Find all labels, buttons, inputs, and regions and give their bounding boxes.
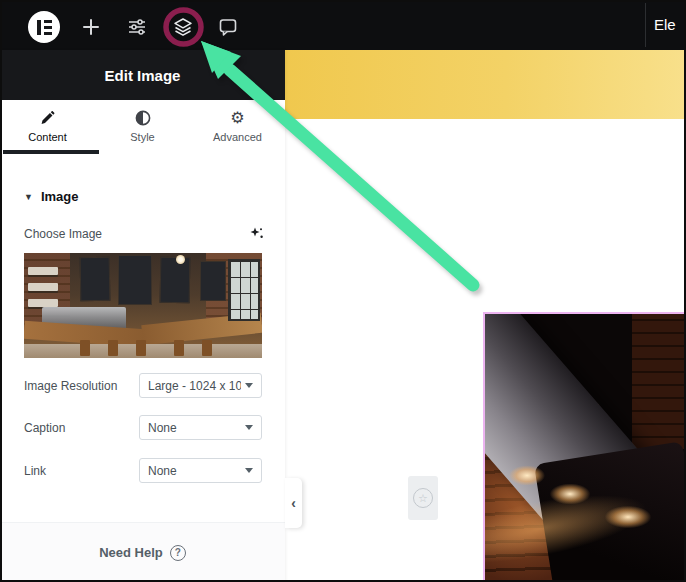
elementor-topbar: Ele bbox=[0, 0, 686, 50]
thumb-shelf bbox=[28, 283, 58, 291]
pencil-icon bbox=[40, 109, 55, 126]
contrast-icon bbox=[135, 109, 151, 126]
thumb-menu-board bbox=[80, 257, 111, 302]
choose-image-row: Choose Image bbox=[24, 226, 264, 241]
layers-icon bbox=[172, 16, 194, 38]
sparkle-icon bbox=[249, 226, 264, 241]
elementor-e-mark bbox=[37, 20, 52, 35]
thumb-stool bbox=[202, 340, 212, 356]
thumb-stool bbox=[136, 340, 146, 356]
question-circle-icon: ? bbox=[170, 545, 186, 561]
tab-style[interactable]: Style bbox=[95, 100, 190, 154]
link-label: Link bbox=[24, 464, 46, 478]
editor-canvas: ☆ bbox=[285, 50, 686, 582]
chevron-left-icon: ‹ bbox=[291, 495, 296, 511]
thumb-stool bbox=[108, 340, 118, 356]
add-element-button[interactable] bbox=[79, 15, 103, 39]
section-caret-icon: ▼ bbox=[24, 192, 33, 202]
caption-value: None bbox=[148, 421, 177, 435]
elementor-logo-icon[interactable] bbox=[28, 11, 60, 43]
thumb-shelf bbox=[28, 267, 58, 275]
thumb-window bbox=[228, 259, 260, 321]
caption-select[interactable]: None bbox=[139, 415, 262, 440]
navigator-button[interactable] bbox=[171, 15, 195, 39]
thumb-stool bbox=[80, 340, 90, 356]
dropdown-caret-icon bbox=[245, 383, 253, 388]
thumb-shelf bbox=[28, 299, 58, 307]
selected-image-widget[interactable] bbox=[483, 312, 686, 582]
dropdown-caret-icon bbox=[245, 425, 253, 430]
panel-header: Edit Image bbox=[0, 50, 285, 100]
tab-content-label: Content bbox=[28, 131, 67, 143]
topbar-divider bbox=[645, 3, 646, 47]
caption-label: Caption bbox=[24, 421, 65, 435]
gear-icon: ⚙ bbox=[230, 109, 244, 126]
need-help-link[interactable]: Need Help ? bbox=[99, 545, 186, 561]
hero-yellow-section[interactable] bbox=[285, 50, 686, 119]
image-section-title: Image bbox=[41, 189, 79, 204]
link-field: Link None bbox=[24, 458, 262, 483]
panel-tabs: Content Style ⚙ Advanced bbox=[0, 100, 285, 154]
image-resolution-select[interactable]: Large - 1024 x 102 bbox=[139, 373, 262, 398]
tab-content[interactable]: Content bbox=[0, 100, 95, 154]
need-help-label: Need Help bbox=[99, 545, 163, 560]
image-preview-thumbnail[interactable] bbox=[24, 253, 262, 358]
panel-collapse-handle[interactable]: ‹ bbox=[285, 478, 302, 528]
tab-style-label: Style bbox=[130, 131, 154, 143]
photo-brick-column bbox=[632, 314, 684, 449]
caption-field: Caption None bbox=[24, 415, 262, 440]
ai-sparkle-button[interactable] bbox=[249, 226, 264, 241]
panel-title: Edit Image bbox=[105, 67, 181, 84]
image-resolution-field: Image Resolution Large - 1024 x 102 bbox=[24, 373, 262, 398]
tab-advanced[interactable]: ⚙ Advanced bbox=[190, 100, 285, 154]
thumb-menu-board bbox=[200, 261, 226, 301]
panel-footer: Need Help ? bbox=[0, 522, 285, 582]
image-resolution-value: Large - 1024 x 102 bbox=[148, 379, 241, 393]
image-section-toggle[interactable]: ▼ Image bbox=[24, 189, 79, 204]
plus-icon bbox=[81, 17, 101, 37]
thumb-globe-lamp bbox=[176, 255, 185, 264]
screenshot: Ele ☆ Edit Image Content bbox=[0, 0, 686, 582]
notes-button[interactable] bbox=[216, 15, 240, 39]
tab-advanced-label: Advanced bbox=[213, 131, 262, 143]
dropdown-caret-icon bbox=[245, 468, 253, 473]
dragged-widget-ghost[interactable]: ☆ bbox=[408, 476, 438, 520]
thumb-menu-board bbox=[118, 255, 152, 305]
panel-body: ▼ Image Choose Image bbox=[0, 154, 285, 522]
link-value: None bbox=[148, 464, 177, 478]
speech-bubble-icon bbox=[218, 17, 238, 37]
elementor-edit-panel: Edit Image Content Style ⚙ Advanced bbox=[0, 50, 285, 582]
thumb-menu-board bbox=[160, 257, 191, 304]
site-settings-button[interactable] bbox=[125, 15, 149, 39]
choose-image-label: Choose Image bbox=[24, 227, 102, 241]
link-select[interactable]: None bbox=[139, 458, 262, 483]
thumb-stool bbox=[174, 340, 184, 356]
photo-light-spot bbox=[503, 462, 551, 489]
window-label: Ele bbox=[654, 0, 676, 50]
star-circle-icon: ☆ bbox=[413, 488, 433, 508]
sliders-icon bbox=[127, 17, 147, 37]
image-resolution-label: Image Resolution bbox=[24, 379, 117, 393]
